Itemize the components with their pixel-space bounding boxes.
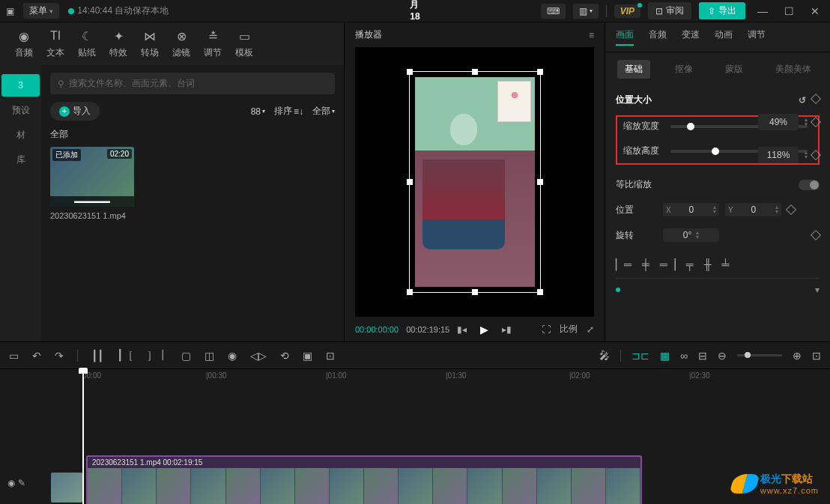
track-lock-icon[interactable]: ◉ (7, 478, 15, 488)
track-controls[interactable]: ◉ ✎ (7, 478, 45, 488)
sort-button[interactable]: 排序 ≡↓ (274, 105, 303, 118)
scale-width-value[interactable]: 49% (758, 114, 799, 130)
video-selection-frame[interactable] (415, 77, 535, 287)
player-canvas[interactable] (355, 47, 594, 317)
sidebar-item-main[interactable]: 3 (1, 74, 40, 97)
rtab-audio[interactable]: 音频 (649, 28, 667, 46)
sidebar-item-material[interactable]: 材 (0, 123, 41, 148)
layout-icon[interactable]: ▥ ▾ (573, 4, 599, 19)
subtab-basic[interactable]: 基础 (617, 60, 650, 79)
keyframe-width-icon[interactable] (811, 117, 821, 127)
track-visibility-icon[interactable]: ✎ (18, 478, 25, 488)
resize-handle-bc[interactable] (472, 289, 478, 295)
select-tool-icon[interactable]: ▭ (9, 350, 19, 362)
maximize-button[interactable]: ☐ (780, 5, 799, 17)
tab-filter[interactable]: ⊗滤镜 (172, 28, 190, 59)
filter-all-button[interactable]: 全部▾ (312, 105, 335, 118)
zoom-slider[interactable] (737, 354, 782, 356)
chevron-down-icon[interactable]: ▾ (815, 285, 820, 295)
zoom-out-icon[interactable]: ⊖ (718, 350, 727, 362)
tab-transition[interactable]: ⋈转场 (141, 28, 159, 59)
rotation-input[interactable]: 0° ▴▾ (663, 228, 719, 242)
resize-handle-bl[interactable] (407, 289, 413, 295)
keyframe-height-icon[interactable] (811, 150, 821, 160)
sidebar-item-preset[interactable]: 预设 (0, 98, 41, 123)
undo-icon[interactable]: ↶ (32, 350, 41, 362)
prev-frame-button[interactable]: ▮◂ (457, 324, 467, 335)
zoom-in-icon[interactable]: ⊕ (793, 350, 802, 362)
resize-handle-br[interactable] (537, 289, 543, 295)
sidebar-item-library[interactable]: 库 (0, 148, 41, 172)
reset-icon[interactable]: ↺ (799, 95, 806, 106)
subtab-mask[interactable]: 蒙版 (718, 60, 751, 79)
media-clip-thumbnail[interactable]: 已添加 02:20 ▬▬▬▬▬▬ 20230623151 1.mp4 (50, 147, 134, 220)
split-tool-icon[interactable]: ┃┃ (91, 350, 103, 362)
menu-button[interactable]: 菜单 ▾ (23, 3, 59, 19)
timeline-clip[interactable]: 20230623151 1.mp4 00:02:19:15 (86, 455, 642, 504)
tool-icon-2[interactable]: ◉ (228, 350, 237, 362)
resize-handle-mr[interactable] (537, 179, 543, 185)
playhead[interactable] (82, 369, 84, 504)
vip-button[interactable]: VIP (614, 4, 640, 18)
link-icon[interactable]: ∞ (680, 350, 688, 362)
tab-text[interactable]: TI文本 (46, 28, 64, 59)
rtab-anim[interactable]: 动画 (715, 28, 733, 46)
align-bottom-icon[interactable]: ╧ (722, 258, 730, 270)
fullscreen-preview-icon[interactable]: ⛶ (542, 324, 551, 335)
next-frame-button[interactable]: ▸▮ (502, 324, 512, 335)
tab-template[interactable]: ▭模板 (235, 28, 253, 59)
rtab-picture[interactable]: 画面 (616, 28, 634, 46)
import-button[interactable]: + 导入 (50, 102, 100, 121)
tab-adjust[interactable]: ≛调节 (204, 28, 222, 59)
play-button[interactable]: ▶ (480, 324, 488, 336)
timeline-ruler[interactable]: 00:00 |00:30 |01:00 |01:30 |02:00 |02:30 (0, 369, 830, 384)
link-preview-icon[interactable]: ▦ (660, 350, 670, 362)
scale-height-value[interactable]: 118% (758, 147, 799, 163)
redo-icon[interactable]: ↷ (55, 350, 64, 362)
keyframe-rotation-icon[interactable] (811, 230, 821, 240)
align-right-icon[interactable]: ═▕ (660, 258, 676, 270)
align-top-icon[interactable]: ╤ (686, 258, 694, 270)
rtab-adjust[interactable]: 调节 (748, 28, 766, 46)
tab-effect[interactable]: ✦特效 (109, 28, 127, 59)
track-mini-thumb[interactable] (51, 473, 82, 503)
rtab-speed[interactable]: 变速 (682, 28, 700, 46)
spinner-icon[interactable]: ▴▾ (805, 118, 808, 127)
position-y-input[interactable]: Y 0 ▴▾ (725, 203, 781, 216)
align-center-v-icon[interactable]: ╫ (704, 258, 712, 270)
mirror-h-icon[interactable]: ◁▷ (250, 350, 267, 362)
resize-handle-tl[interactable] (407, 69, 413, 75)
review-button[interactable]: ⊡ 审阅 (648, 2, 691, 19)
resize-handle-ml[interactable] (407, 179, 413, 185)
close-button[interactable]: ✕ (806, 5, 824, 17)
mirror-v-icon[interactable]: ⟲ (280, 350, 289, 362)
magnet-icon[interactable]: ⊐⊏ (631, 350, 649, 362)
resize-handle-tc[interactable] (472, 69, 478, 75)
player-menu-icon[interactable]: ≡ (589, 30, 594, 40)
tool-icon-1[interactable]: ◫ (205, 350, 214, 362)
spinner-icon[interactable]: ▴▾ (805, 151, 808, 160)
aspect-ratio-button[interactable]: 比例 (560, 323, 578, 336)
ratio-lock-toggle[interactable] (799, 180, 820, 190)
tool-icon-3[interactable]: ⊡ (326, 350, 335, 362)
subtab-beauty[interactable]: 美颜美体 (768, 60, 819, 79)
tab-sticker[interactable]: ☾贴纸 (78, 28, 96, 59)
cut-mode-icon[interactable]: ⊟ (698, 350, 707, 362)
split-left-icon[interactable]: ┃［ (117, 349, 133, 362)
crop-icon[interactable]: ▣ (303, 350, 312, 362)
search-input[interactable]: ⚲ 搜索文件名称、画面元素、台词 (50, 73, 335, 94)
view-grid-button[interactable]: 88▾ (251, 106, 265, 117)
align-center-h-icon[interactable]: ╪ (642, 258, 649, 270)
export-button[interactable]: ⇧ 导出 (699, 2, 745, 19)
resize-handle-tr[interactable] (537, 69, 543, 75)
minimize-button[interactable]: — (753, 5, 772, 17)
subtab-cutout[interactable]: 抠像 (667, 60, 700, 79)
keyboard-icon[interactable]: ⌨ (541, 4, 566, 19)
align-left-icon[interactable]: ▏═ (616, 258, 631, 270)
keyframe-diamond-icon[interactable] (811, 93, 821, 103)
zoom-fit-icon[interactable]: ⊡ (812, 350, 821, 362)
tab-audio[interactable]: ◉音频 (15, 28, 33, 59)
delete-icon[interactable]: ▢ (181, 350, 191, 362)
expand-icon[interactable]: ⤢ (587, 324, 594, 335)
position-x-input[interactable]: X 0 ▴▾ (663, 203, 719, 216)
